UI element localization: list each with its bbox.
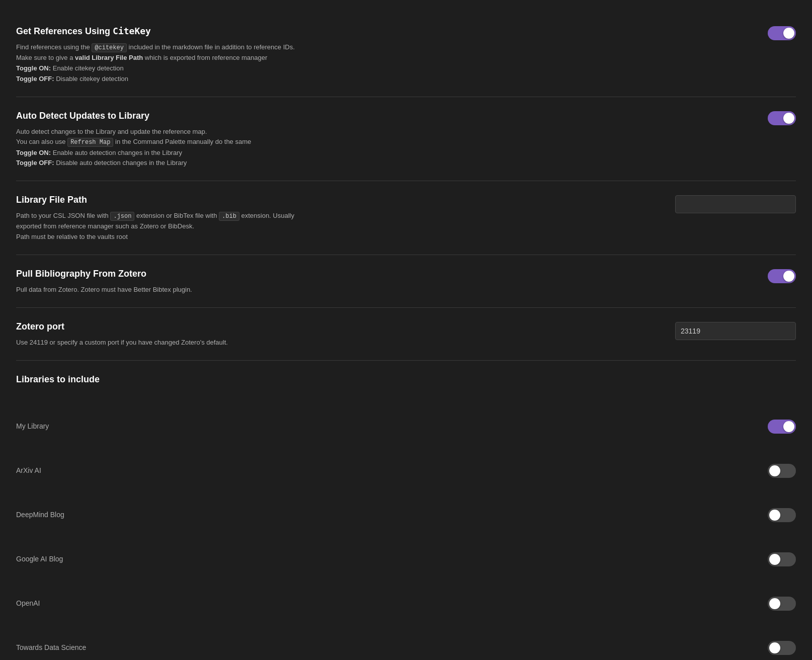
library-item-my-library: My Library (16, 415, 796, 439)
section-library-path-title: Library File Path (16, 193, 655, 207)
section-library-path-content: Library File Path Path to your CSL JSON … (16, 193, 655, 242)
library-name-arxiv: ArXiv AI (16, 465, 41, 476)
section-auto-detect-title: Auto Detect Updates to Library (16, 109, 748, 123)
section-pull-bibliography-title: Pull Bibliography From Zotero (16, 267, 748, 281)
library-name-my-library: My Library (16, 421, 49, 432)
auto-detect-toggle[interactable] (768, 111, 796, 125)
section-auto-detect: Auto Detect Updates to Library Auto dete… (16, 97, 796, 182)
section-library-path-description: Path to your CSL JSON file with .json ex… (16, 211, 655, 242)
zotero-port-input[interactable] (675, 322, 796, 340)
section-auto-detect-control (768, 111, 796, 125)
section-pull-bibliography: Pull Bibliography From Zotero Pull data … (16, 255, 796, 308)
library-item-towards-data-science: Towards Data Science (16, 636, 796, 660)
settings-container: Get References Using CiteKey Find refere… (0, 0, 812, 660)
section-library-path: Library File Path Path to your CSL JSON … (16, 181, 796, 255)
section-zotero-port-content: Zotero port Use 24119 or specify a custo… (16, 320, 655, 348)
section-library-path-control (675, 195, 796, 213)
section-auto-detect-description: Auto detect changes to the Library and u… (16, 127, 748, 169)
section-auto-detect-content: Auto Detect Updates to Library Auto dete… (16, 109, 748, 169)
library-path-input[interactable] (675, 195, 796, 213)
library-name-google-ai: Google AI Blog (16, 554, 63, 564)
section-pull-bibliography-control (768, 269, 796, 283)
section-citekey-title: Get References Using CiteKey (16, 24, 748, 38)
citekey-toggle[interactable] (768, 26, 796, 40)
section-pull-bibliography-description: Pull data from Zotero. Zotero must have … (16, 285, 748, 295)
pull-bibliography-toggle[interactable] (768, 269, 796, 283)
arxiv-toggle[interactable] (768, 464, 796, 478)
library-name-towards-data-science: Towards Data Science (16, 642, 86, 653)
library-item-google-ai: Google AI Blog (16, 547, 796, 571)
google-ai-toggle[interactable] (768, 552, 796, 566)
section-zotero-port-title: Zotero port (16, 320, 655, 334)
deepmind-toggle[interactable] (768, 508, 796, 522)
section-zotero-port-description: Use 24119 or specify a custom port if yo… (16, 338, 655, 348)
library-item-openai: OpenAI (16, 592, 796, 616)
libraries-title: Libraries to include (16, 373, 100, 386)
section-pull-bibliography-content: Pull Bibliography From Zotero Pull data … (16, 267, 748, 295)
my-library-toggle[interactable] (768, 420, 796, 434)
section-libraries: Libraries to include My Library ArXiv AI (16, 361, 796, 660)
library-name-deepmind: DeepMind Blog (16, 510, 64, 520)
section-zotero-port-control (675, 322, 796, 340)
library-item-deepmind: DeepMind Blog (16, 503, 796, 527)
section-citekey-description: Find references using the @citekey inclu… (16, 42, 748, 85)
section-zotero-port: Zotero port Use 24119 or specify a custo… (16, 308, 796, 361)
library-item-arxiv: ArXiv AI (16, 459, 796, 483)
library-name-openai: OpenAI (16, 598, 40, 609)
section-citekey: Get References Using CiteKey Find refere… (16, 12, 796, 97)
section-citekey-content: Get References Using CiteKey Find refere… (16, 24, 748, 85)
openai-toggle[interactable] (768, 597, 796, 611)
towards-data-science-toggle[interactable] (768, 641, 796, 655)
section-citekey-control (768, 26, 796, 40)
